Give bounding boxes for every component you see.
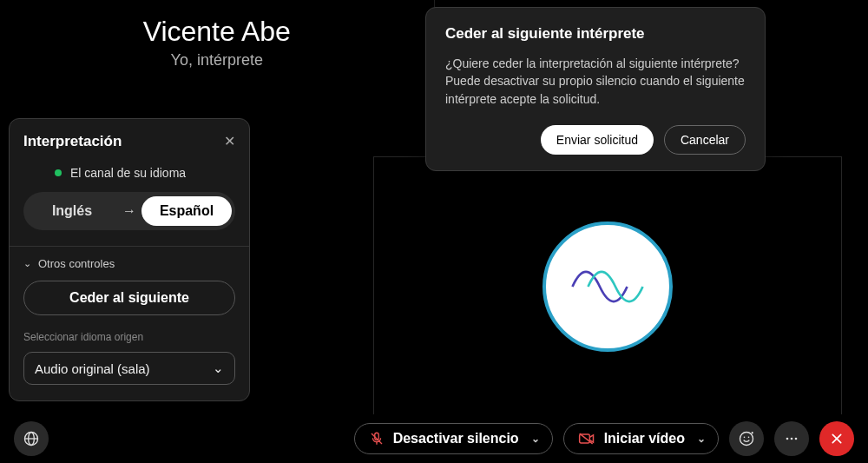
svg-point-10 [786,438,789,440]
cancel-button[interactable]: Cancelar [664,125,746,155]
modal-title: Ceder al siguiente intérprete [445,25,746,43]
handover-confirm-modal: Ceder al siguiente intérprete ¿Quiere ce… [425,7,766,171]
language-to[interactable]: Español [141,196,232,226]
source-language-value: Audio original (sala) [35,361,150,376]
globe-icon [23,430,40,447]
more-options-button[interactable] [774,421,809,456]
close-icon [830,432,844,446]
svg-point-9 [748,437,750,439]
reactions-button[interactable] [729,421,764,456]
video-toggle-button[interactable]: Iniciar vídeo ⌄ [563,423,719,454]
microphone-muted-icon [369,431,385,446]
svg-point-8 [744,437,746,439]
chevron-down-icon: ⌄ [213,360,224,376]
close-icon[interactable]: ✕ [224,135,235,149]
send-request-button[interactable]: Enviar solicitud [541,125,654,155]
language-direction-toggle[interactable]: Inglés → Español [23,192,235,230]
status-dot-icon [55,169,62,176]
other-controls-label: Otros controles [38,257,115,270]
participant-name: Vicente Abe [0,16,434,48]
divider [10,246,249,247]
language-channel-indicator: El canal de su idioma [55,166,235,180]
chevron-down-icon: ⌄ [23,258,31,269]
participant-role: Yo, intérprete [0,51,434,69]
chevron-down-icon[interactable]: ⌄ [697,433,706,445]
avatar-wave-icon [569,261,647,313]
language-from[interactable]: Inglés [27,196,117,226]
bottom-control-bar: Desactivar silencio ⌄ Iniciar vídeo ⌄ [0,414,868,463]
svg-point-12 [795,438,798,440]
interpretation-title: Interpretación [23,133,122,150]
svg-point-7 [740,433,753,446]
smile-icon [738,430,755,447]
chevron-down-icon[interactable]: ⌄ [531,433,540,445]
other-controls-toggle[interactable]: ⌄ Otros controles [23,257,235,270]
video-area [373,156,842,417]
source-language-label: Seleccionar idioma origen [23,331,235,343]
ellipsis-icon [783,430,800,447]
interpretation-globe-button[interactable] [14,421,49,456]
handover-button[interactable]: Ceder al siguiente [23,281,235,315]
source-language-select[interactable]: Audio original (sala) ⌄ [23,352,235,385]
modal-body: ¿Quiere ceder la interpretación al sigui… [445,55,746,108]
camera-off-icon [578,432,595,446]
svg-rect-5 [579,434,589,443]
avatar [542,222,673,352]
arrow-right-icon: → [117,203,141,219]
language-channel-label: El canal de su idioma [70,166,186,180]
svg-point-11 [791,438,793,440]
leave-call-button[interactable] [819,421,854,456]
interpretation-panel: Interpretación ✕ El canal de su idioma I… [9,118,250,401]
svg-line-6 [579,433,592,444]
video-toggle-label: Iniciar vídeo [604,431,685,446]
mute-toggle-button[interactable]: Desactivar silencio ⌄ [354,423,553,454]
mute-toggle-label: Desactivar silencio [393,431,519,446]
